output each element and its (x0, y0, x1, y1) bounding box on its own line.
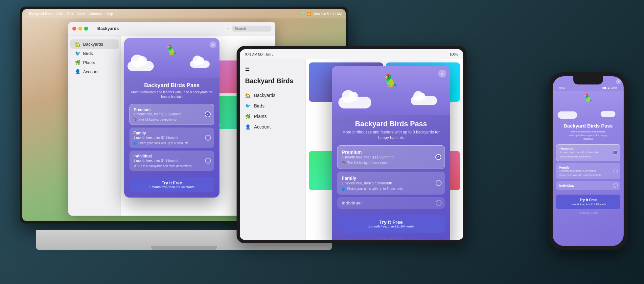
ipad-birds-label: Birds (254, 103, 264, 108)
sidebar-item-birds[interactable]: 🐦 Birds (70, 49, 119, 58)
mac-plan-premium[interactable]: Premium 1 month free, then $11.99/month … (129, 104, 214, 125)
ipad-cta-label: Try It Free (379, 219, 403, 225)
iphone-time: 9:41 (559, 86, 565, 89)
ipad-clouds (332, 66, 450, 115)
search-input[interactable] (232, 26, 271, 32)
iphone-plan-family-radio (613, 169, 618, 173)
iphone-cta-button[interactable]: Try It Free 1 month free, then $11.59/mo… (556, 195, 620, 209)
app-titlebar: Backyards + (68, 22, 275, 36)
ipad-plan-family-feature: 👥 Share your pass with up to 6 accounts (342, 187, 440, 191)
ipad-statusbar-time: 9:41 AM Mon Jun 5 (245, 53, 273, 56)
ipad-plan-individual-partial[interactable]: Individual (337, 197, 445, 209)
iphone-plan-family-price: 1 month free, then $7.99/month (559, 169, 617, 172)
mac-cta-label: Try It Free (162, 180, 182, 185)
ipad-sidebar-item-account[interactable]: 👤 Account (240, 122, 305, 132)
account-icon: 👤 (75, 69, 80, 74)
ipad-modal-hero: 🦜 (332, 66, 450, 115)
menubar-edit[interactable]: Edit (67, 12, 73, 16)
ipad-statusbar: 9:41 AM Mon Jun 5 100% (240, 49, 463, 59)
mac-modal-subtitle: More birdhouses and feeders with up to 8… (129, 90, 214, 99)
mac-modal-title: Backyard Birds Pass (129, 82, 214, 89)
iphone-close-button[interactable]: × (616, 79, 621, 84)
birds-icon: 🐦 (75, 51, 80, 56)
mac-plan-family[interactable]: Family 1 month free, then $7.99/month 👥 … (129, 128, 214, 148)
menubar-file[interactable]: File (57, 12, 63, 16)
sidebar-item-account[interactable]: 👤 Account (70, 67, 119, 76)
menubar-app-name[interactable]: Backyard Birds (29, 12, 53, 16)
iphone-plan-individual-name: Individual (559, 184, 617, 187)
ipad-content: × 🦜 Backyard Birds Pass More birdhouses … (306, 59, 463, 240)
macbook-menubar: Backyard Birds File Edit View Window Hel… (22, 9, 346, 18)
mac-plan-individual[interactable]: Individual 1 month free, then $4.99/mont… (129, 151, 214, 171)
mac-plan-premium-radio (205, 111, 211, 117)
cloud-right (190, 60, 210, 68)
menubar-datetime: Mon Jun 5 9:41 AM (313, 12, 342, 16)
ipad-cta-button[interactable]: Try It Free 1 month free, then $11.59/mo… (337, 215, 445, 233)
bird-illustration: 🦜 (166, 45, 178, 56)
iphone-plan-premium[interactable]: Premium 1 month free, then $11.99/month … (556, 144, 620, 161)
mac-plan-family-feature: 👥 Share your pass with up to 6 accounts (133, 141, 210, 145)
ipad-family-icon: 👥 (342, 187, 346, 191)
mac-subscription-modal: × 🦜 Backyard Birds Pass More birdhouses … (124, 38, 219, 198)
menubar-help[interactable]: Help (105, 12, 113, 16)
ipad-subscription-modal: × 🦜 Backyard Birds Pass More birdhouses … (332, 66, 450, 240)
iphone-signal: ▮▮▮ ▲ 100% (602, 86, 617, 89)
ipad-plan-premium-price: 1 month free, then $11.99/month (342, 155, 440, 159)
mac-modal-body: Backyard Birds Pass More birdhouses and … (124, 78, 219, 198)
ipad-sidebar-toggle-icon[interactable]: ☰ (245, 66, 250, 72)
mac-plan-family-price: 1 month free, then $7.99/month (133, 136, 210, 139)
iphone-modal-title: Backyard Birds Pass (556, 123, 620, 129)
close-button[interactable] (72, 27, 76, 31)
ipad-modal-title: Backyard Birds Pass (337, 120, 445, 128)
family-feature-icon: 👥 (133, 141, 137, 145)
ipad-modal-close-button[interactable]: × (438, 70, 446, 78)
ipad-plan-family-price: 1 month free, then $7.99/month (342, 181, 440, 185)
sidebar-label-backyards: Backyards (83, 42, 103, 47)
iphone-redeem-link[interactable]: Redeem Code (556, 211, 620, 214)
iphone-cta-sublabel: 1 month free, then $11.59/month (570, 203, 606, 205)
mac-cta-sublabel: 1 month free, then $11.59/month (133, 185, 211, 189)
minimize-button[interactable] (78, 27, 82, 31)
iphone-plan-premium-price: 1 month free, then $11.99/month (560, 151, 617, 154)
iphone-screen: 9:41 ▮▮▮ ▲ 100% × 🦜 Backyard Birds Pass … (553, 76, 624, 246)
mac-modal-hero: 🦜 (124, 38, 219, 78)
ipad-redeem-link[interactable]: Redeem Code (337, 236, 445, 240)
mac-sidebar: 🏡 Backyards 🐦 Birds 🌿 Plants 👤 (68, 36, 121, 216)
ipad-plan-individual-radio (436, 200, 442, 206)
menubar-battery-icon: 🔋 (300, 12, 304, 16)
sidebar-item-plants[interactable]: 🌿 Plants (70, 58, 119, 67)
cloud-left (127, 61, 154, 71)
ipad-account-label: Account (254, 124, 271, 130)
ipad-statusbar-battery: 100% (449, 53, 458, 56)
ipad-cloud-left (338, 97, 371, 108)
maximize-button[interactable] (84, 27, 88, 31)
menubar-window[interactable]: Window (89, 12, 102, 16)
menubar-view[interactable]: View (77, 12, 85, 16)
titlebar-add-icon[interactable]: + (227, 26, 229, 31)
iphone-plan-family[interactable]: Family 1 month free, then $7.99/month Sh… (556, 163, 620, 179)
menubar-wifi-icon: 📶 (307, 12, 311, 16)
ipad-sidebar-item-birds[interactable]: 🐦 Birds (240, 101, 305, 111)
sidebar-label-plants: Plants (83, 60, 95, 65)
ipad-frame: 9:41 AM Mon Jun 5 100% ☰ Backyard Birds … (237, 46, 467, 243)
mac-modal-close-button[interactable]: × (210, 41, 216, 48)
sidebar-item-backyards[interactable]: 🏡 Backyards (70, 39, 119, 49)
ipad-plan-premium-feature: 🦅 The full backyard experience (342, 161, 440, 165)
ipad-plan-family[interactable]: Family 1 month free, then $7.99/month 👥 … (337, 172, 445, 195)
traffic-lights (72, 27, 88, 31)
iphone-plan-individual[interactable]: Individual (556, 181, 620, 190)
ipad-plan-premium[interactable]: Premium 1 month free, then $11.99/month … (337, 145, 445, 169)
ipad-plants-label: Plants (254, 114, 267, 119)
ipad-bird-illustration: 🦜 (384, 74, 399, 88)
ipad-app-body: ☰ Backyard Birds 🏡 Backyards 🐦 Birds 🌿 P… (240, 59, 463, 240)
ipad-sidebar-item-backyards[interactable]: 🏡 Backyards (240, 90, 305, 101)
iphone-modal-content: Backyard Birds Pass More birdhouses and … (553, 123, 624, 214)
ipad: 9:41 AM Mon Jun 5 100% ☰ Backyard Birds … (237, 46, 486, 250)
mac-plan-individual-price: 1 month free, then $4.99/month (133, 159, 210, 162)
iphone-plan-family-name: Family (559, 166, 617, 169)
mac-cta-button[interactable]: Try It Free 1 month free, then $11.59/mo… (129, 177, 214, 192)
menubar-items: Backyard Birds File Edit View Window Hel… (29, 12, 113, 16)
iphone-plan-premium-name: Premium (560, 147, 617, 151)
ipad-backyards-icon: 🏡 (245, 93, 251, 98)
ipad-sidebar-item-plants[interactable]: 🌿 Plants (240, 111, 305, 122)
